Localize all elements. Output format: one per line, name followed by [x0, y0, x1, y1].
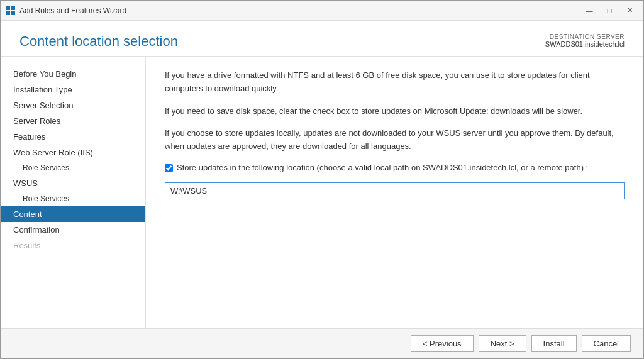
- sidebar-item-content[interactable]: Content: [1, 206, 145, 222]
- destination-label: DESTINATION SERVER: [545, 33, 625, 40]
- app-icon: [6, 6, 16, 16]
- previous-button[interactable]: < Previous: [411, 335, 474, 352]
- sidebar-item-confirmation[interactable]: Confirmation: [1, 222, 145, 238]
- sidebar-item-server-selection[interactable]: Server Selection: [1, 97, 145, 113]
- sidebar-item-before-you-begin[interactable]: Before You Begin: [1, 66, 145, 82]
- next-button[interactable]: Next >: [479, 335, 526, 352]
- path-input[interactable]: [165, 182, 625, 199]
- paragraph-2: If you need to save disk space, clear th…: [165, 105, 625, 118]
- sidebar-item-server-roles[interactable]: Server Roles: [1, 113, 145, 129]
- main-content-area: If you have a drive formatted with NTFS …: [145, 57, 643, 328]
- close-button[interactable]: ✕: [621, 4, 638, 17]
- sidebar-item-features[interactable]: Features: [1, 129, 145, 145]
- maximize-button[interactable]: □: [601, 4, 618, 17]
- paragraph-3: If you choose to store updates locally, …: [165, 127, 625, 153]
- wizard-window: Add Roles and Features Wizard — □ ✕ Cont…: [0, 0, 644, 359]
- window-controls: — □ ✕: [580, 4, 638, 17]
- paragraph-1: If you have a drive formatted with NTFS …: [165, 69, 625, 96]
- window-title: Add Roles and Features Wizard: [19, 6, 580, 15]
- store-updates-checkbox-row: Store updates in the following location …: [165, 163, 625, 172]
- cancel-button[interactable]: Cancel: [582, 335, 631, 352]
- svg-rect-2: [6, 11, 10, 15]
- svg-rect-0: [6, 6, 10, 10]
- store-updates-label: Store updates in the following location …: [177, 163, 588, 172]
- svg-rect-1: [11, 6, 15, 10]
- store-updates-checkbox[interactable]: [165, 164, 173, 172]
- sidebar-item-installation-type[interactable]: Installation Type: [1, 82, 145, 97]
- footer: < Previous Next > Install Cancel: [1, 328, 643, 358]
- page-header: Content location selection DESTINATION S…: [1, 21, 643, 57]
- title-bar: Add Roles and Features Wizard — □ ✕: [1, 1, 643, 21]
- sidebar: Before You Begin Installation Type Serve…: [1, 57, 145, 328]
- sidebar-item-wsus[interactable]: WSUS: [1, 175, 145, 191]
- page-title: Content location selection: [19, 33, 178, 50]
- svg-rect-3: [11, 11, 15, 15]
- install-button[interactable]: Install: [531, 335, 577, 352]
- destination-name: SWADDS01.insidetech.lcl: [545, 40, 625, 48]
- sidebar-item-role-services-wsus[interactable]: Role Services: [1, 191, 145, 206]
- sidebar-item-results: Results: [1, 238, 145, 253]
- destination-server-info: DESTINATION SERVER SWADDS01.insidetech.l…: [545, 33, 625, 48]
- sidebar-item-role-services-iis[interactable]: Role Services: [1, 160, 145, 175]
- minimize-button[interactable]: —: [580, 4, 598, 17]
- main-layout: Before You Begin Installation Type Serve…: [1, 57, 643, 328]
- sidebar-item-web-server-role[interactable]: Web Server Role (IIS): [1, 145, 145, 160]
